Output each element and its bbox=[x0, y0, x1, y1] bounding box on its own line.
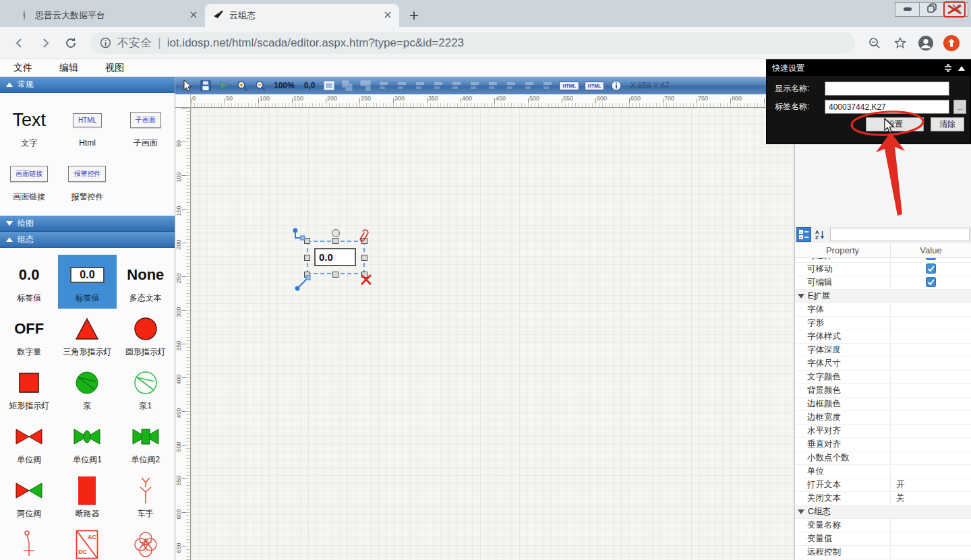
property-row[interactable]: 字体尺寸 bbox=[795, 357, 971, 371]
property-value[interactable] bbox=[891, 519, 971, 532]
palette-item-子画面[interactable]: 子画面子画面 bbox=[117, 100, 175, 154]
property-filter-input[interactable] bbox=[830, 228, 970, 241]
checkbox-checked-icon[interactable] bbox=[926, 277, 936, 289]
cursor-icon[interactable] bbox=[181, 80, 194, 92]
site-info-icon[interactable] bbox=[100, 37, 111, 49]
property-value[interactable]: 关 bbox=[891, 492, 971, 505]
property-value[interactable] bbox=[891, 546, 971, 559]
property-row[interactable]: 可移动 bbox=[795, 263, 971, 276]
palette-item-报警控件[interactable]: 报警控件报警控件 bbox=[58, 154, 116, 208]
connect-line-icon[interactable] bbox=[295, 274, 312, 291]
palette-item-两位阀[interactable]: 两位阀 bbox=[0, 470, 58, 524]
property-row[interactable]: 可编辑 bbox=[795, 276, 971, 290]
property-row[interactable]: 字形 bbox=[795, 317, 971, 330]
property-value[interactable] bbox=[891, 532, 971, 545]
connector-icon[interactable] bbox=[292, 227, 308, 243]
palette-item-Html[interactable]: HTMLHtml bbox=[58, 100, 116, 154]
forward-button[interactable] bbox=[35, 33, 55, 53]
section-header-组态[interactable]: 组态 bbox=[0, 232, 175, 248]
close-button[interactable] bbox=[943, 2, 968, 17]
property-row[interactable]: 打开文本开 bbox=[795, 478, 971, 492]
property-value[interactable] bbox=[891, 425, 971, 437]
rotate-handle[interactable] bbox=[332, 229, 340, 237]
property-column-header[interactable]: Property bbox=[795, 243, 891, 257]
property-row[interactable]: 水平对齐 bbox=[795, 425, 971, 438]
design-canvas[interactable]: 0.0 bbox=[191, 108, 794, 560]
html-export-button[interactable]: HTML bbox=[559, 82, 579, 90]
property-value[interactable] bbox=[891, 258, 971, 262]
info-icon[interactable] bbox=[610, 80, 622, 92]
property-value[interactable] bbox=[891, 452, 971, 464]
property-value[interactable] bbox=[891, 398, 971, 410]
browser-tab-1[interactable]: 思普云大数据平台 bbox=[11, 4, 205, 27]
palette-item-单位阀1[interactable]: 单位阀1 bbox=[58, 416, 116, 470]
palette-item-画面链接[interactable]: 画面链接画面链接 bbox=[0, 154, 58, 208]
display-name-input[interactable] bbox=[825, 82, 949, 96]
clear-button[interactable]: 清除 bbox=[931, 117, 964, 131]
property-value[interactable] bbox=[891, 465, 971, 478]
palette-item-矩形指示灯[interactable]: 矩形指示灯 bbox=[0, 363, 58, 416]
resize-handle[interactable] bbox=[361, 255, 367, 261]
palette-item-刀闸[interactable]: 刀闸 bbox=[0, 524, 58, 560]
palette-item-三角形指示灯[interactable]: 三角形指示灯 bbox=[58, 309, 116, 363]
menu-视图[interactable]: 视图 bbox=[105, 62, 124, 74]
save-icon[interactable] bbox=[199, 80, 212, 92]
property-value[interactable] bbox=[891, 384, 971, 397]
property-row[interactable]: 字体深度 bbox=[795, 344, 971, 357]
property-row[interactable]: 背景颜色 bbox=[795, 384, 971, 398]
palette-item-多态文本[interactable]: None多态文本 bbox=[117, 255, 175, 309]
palette-item-标签值[interactable]: 0.0标签值 bbox=[58, 255, 116, 309]
alphabetical-sort-button[interactable]: AZ bbox=[813, 227, 827, 242]
browse-tags-button[interactable]: ... bbox=[953, 100, 966, 114]
address-bar[interactable]: 不安全 | iot.idosp.net/html/scada/editor.as… bbox=[90, 32, 855, 54]
tag-value-element[interactable]: 0.0 bbox=[314, 248, 356, 266]
minimize-button[interactable] bbox=[895, 2, 920, 17]
section-header-绘图[interactable]: 绘图 bbox=[0, 216, 175, 232]
palette-item-断路器[interactable]: 断路器 bbox=[58, 470, 116, 524]
property-category-E扩展[interactable]: E扩展 bbox=[795, 290, 971, 303]
delete-x-icon[interactable] bbox=[359, 273, 373, 286]
property-value[interactable]: 开 bbox=[891, 478, 971, 491]
section-header-常规[interactable]: 常规 bbox=[0, 77, 175, 93]
link-paperclip-icon[interactable] bbox=[355, 228, 370, 245]
menu-编辑[interactable]: 编辑 bbox=[59, 62, 78, 74]
tag-name-input[interactable]: 400037442.K27 bbox=[825, 100, 949, 114]
property-row[interactable]: 变量名称 bbox=[795, 519, 971, 532]
menu-文件[interactable]: 文件 bbox=[13, 62, 32, 74]
palette-item-标签值[interactable]: 0.0标签值 bbox=[0, 255, 58, 309]
zoom-out-icon[interactable] bbox=[254, 80, 266, 92]
palette-item-圆形指示灯[interactable]: 圆形指示灯 bbox=[117, 309, 175, 363]
property-row[interactable]: 单位 bbox=[795, 465, 971, 478]
set-button[interactable]: 设置 bbox=[866, 117, 924, 131]
property-row[interactable]: 边框颜色 bbox=[795, 398, 971, 411]
property-value[interactable] bbox=[891, 303, 971, 316]
new-tab-button[interactable] bbox=[405, 6, 423, 25]
property-value[interactable] bbox=[891, 276, 971, 289]
palette-item-泵[interactable]: 泵 bbox=[58, 363, 116, 416]
palette-item-泵1[interactable]: 泵1 bbox=[117, 363, 175, 416]
property-row[interactable]: 可选择 bbox=[795, 258, 971, 263]
quick-settings-header[interactable]: 快速设置 bbox=[767, 60, 970, 76]
browser-update-button[interactable] bbox=[941, 33, 962, 53]
profile-avatar[interactable] bbox=[916, 33, 936, 53]
property-value[interactable] bbox=[891, 317, 971, 330]
close-tab-icon[interactable] bbox=[189, 10, 198, 22]
property-value[interactable] bbox=[891, 330, 971, 343]
property-value[interactable] bbox=[891, 371, 971, 383]
palette-item-逆变器[interactable]: ACDC逆变器 bbox=[58, 524, 116, 560]
html-preview-button[interactable]: HTML bbox=[585, 82, 604, 90]
property-row[interactable]: 字体 bbox=[795, 303, 971, 317]
value-column-header[interactable]: Value bbox=[891, 243, 971, 257]
palette-item-数字量[interactable]: OFF数字量 bbox=[0, 309, 58, 363]
property-value[interactable] bbox=[891, 411, 971, 424]
checkbox-checked-icon[interactable] bbox=[926, 258, 936, 262]
property-row[interactable]: 关闭文本关 bbox=[795, 492, 971, 505]
property-value[interactable] bbox=[891, 263, 971, 276]
property-row[interactable]: 变量值 bbox=[795, 532, 971, 546]
restore-button[interactable] bbox=[919, 2, 944, 17]
property-row[interactable]: 文字颜色 bbox=[795, 371, 971, 384]
resize-handle[interactable] bbox=[304, 255, 310, 261]
resize-handle[interactable] bbox=[332, 238, 339, 244]
checkbox-checked-icon[interactable] bbox=[926, 263, 936, 276]
collapse-panel-icon[interactable] bbox=[958, 66, 965, 71]
